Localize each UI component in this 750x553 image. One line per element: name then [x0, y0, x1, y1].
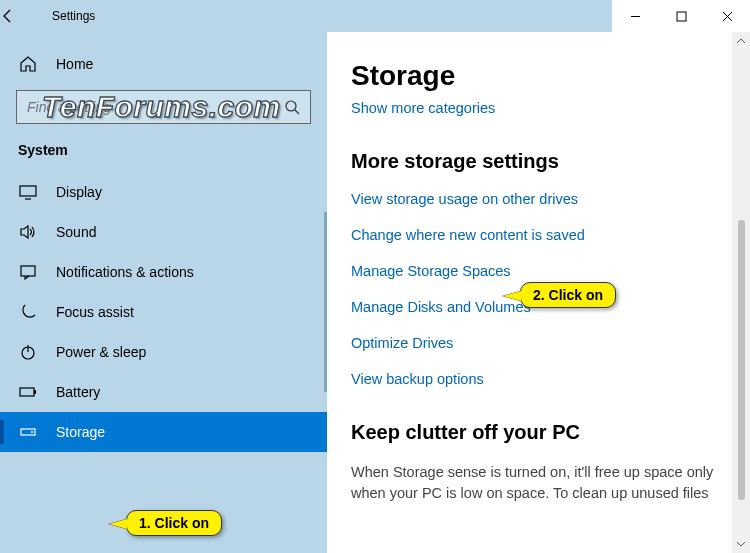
window-title: Settings [44, 9, 95, 23]
svg-rect-12 [34, 390, 36, 394]
sidebar-item-display[interactable]: Display [0, 172, 327, 212]
scroll-down-icon[interactable] [732, 535, 750, 553]
sidebar-item-label: Display [56, 184, 102, 200]
sidebar-category: System [0, 138, 327, 172]
page-title: Storage [351, 60, 726, 92]
svg-rect-11 [20, 388, 34, 396]
search-icon [284, 99, 300, 115]
callout-2: 2. Click on [520, 282, 616, 308]
search-input[interactable] [27, 99, 273, 115]
content-scrollbar[interactable] [732, 32, 750, 553]
minimize-button[interactable] [612, 0, 658, 32]
sidebar-item-label: Battery [56, 384, 100, 400]
sidebar-item-storage[interactable]: Storage [0, 412, 327, 452]
scroll-thumb[interactable] [738, 220, 745, 500]
sidebar-item-notifications[interactable]: Notifications & actions [0, 252, 327, 292]
scroll-up-icon[interactable] [732, 32, 750, 50]
power-icon [18, 342, 38, 362]
link-optimize-drives[interactable]: Optimize Drives [351, 335, 726, 351]
sidebar-item-sound[interactable]: Sound [0, 212, 327, 252]
svg-rect-1 [677, 12, 686, 21]
show-more-link[interactable]: Show more categories [351, 100, 726, 116]
more-settings-heading: More storage settings [351, 150, 726, 173]
svg-point-14 [31, 431, 33, 433]
sound-icon [18, 222, 38, 242]
display-icon [18, 182, 38, 202]
link-backup-options[interactable]: View backup options [351, 371, 726, 387]
svg-line-5 [295, 110, 299, 114]
clutter-heading: Keep clutter off your PC [351, 421, 726, 444]
svg-point-4 [286, 101, 296, 111]
sidebar: Home System Display Sound Notifications … [0, 32, 327, 553]
sidebar-item-battery[interactable]: Battery [0, 372, 327, 412]
back-button[interactable] [0, 8, 44, 24]
sidebar-home[interactable]: Home [0, 44, 327, 84]
sidebar-item-label: Storage [56, 424, 105, 440]
sidebar-item-label: Notifications & actions [56, 264, 194, 280]
link-manage-storage-spaces[interactable]: Manage Storage Spaces [351, 263, 726, 279]
link-view-storage-usage[interactable]: View storage usage on other drives [351, 191, 726, 207]
callout-1: 1. Click on [126, 510, 222, 536]
svg-rect-6 [20, 186, 36, 196]
sidebar-item-focus[interactable]: Focus assist [0, 292, 327, 332]
sidebar-item-label: Focus assist [56, 304, 134, 320]
sidebar-home-label: Home [56, 56, 93, 72]
titlebar: Settings [0, 0, 750, 32]
notifications-icon [18, 262, 38, 282]
sidebar-item-label: Power & sleep [56, 344, 146, 360]
storage-icon [18, 422, 38, 442]
close-button[interactable] [704, 0, 750, 32]
sidebar-item-power[interactable]: Power & sleep [0, 332, 327, 372]
sidebar-item-label: Sound [56, 224, 96, 240]
search-box[interactable] [16, 90, 311, 124]
home-icon [18, 54, 38, 74]
link-change-save-location[interactable]: Change where new content is saved [351, 227, 726, 243]
svg-rect-8 [21, 266, 35, 276]
battery-icon [18, 382, 38, 402]
focus-icon [18, 302, 38, 322]
maximize-button[interactable] [658, 0, 704, 32]
clutter-desc: When Storage sense is turned on, it'll f… [351, 462, 726, 504]
